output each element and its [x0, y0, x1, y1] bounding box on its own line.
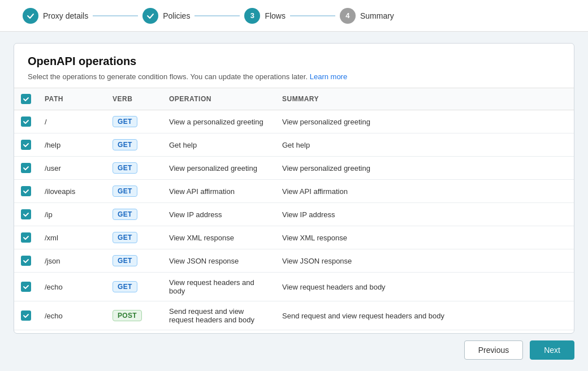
- row-summary: View personalized greeting: [275, 110, 574, 133]
- row-verb: GET: [106, 249, 162, 273]
- row-checkbox-1[interactable]: [21, 140, 31, 150]
- row-path: /iloveapis: [38, 180, 106, 203]
- verb-badge: GET: [113, 281, 137, 292]
- table-header-row: PATH VERB OPERATION SUMMARY: [14, 88, 574, 110]
- row-operation: View API affirmation: [162, 180, 275, 203]
- step-circle-proxy-details: [23, 8, 38, 24]
- row-checkbox-5[interactable]: [21, 232, 31, 243]
- table-row: /iloveapis GET View API affirmation View…: [14, 180, 574, 203]
- row-path: /json: [38, 249, 106, 273]
- step-summary: 4 Summary: [340, 8, 394, 24]
- row-checkbox-cell: [14, 301, 38, 330]
- row-checkbox-cell: [14, 133, 38, 157]
- table-row: /echo POST Send request and view request…: [14, 301, 574, 330]
- row-summary: View request headers and body: [275, 273, 574, 301]
- row-checkbox-cell: [14, 273, 38, 301]
- row-checkbox-3[interactable]: [21, 186, 31, 196]
- previous-button[interactable]: Previous: [464, 340, 523, 360]
- table-row: /help GET Get help Get help: [14, 133, 574, 157]
- row-summary: View JSON response: [275, 249, 574, 273]
- row-operation: View request headers and body: [162, 273, 275, 301]
- row-summary: View API affirmation: [275, 180, 574, 203]
- footer: Previous Next: [14, 334, 574, 360]
- row-summary: Send request and view request headers an…: [275, 301, 574, 330]
- row-summary: View XML response: [275, 226, 574, 249]
- verb-badge: GET: [113, 116, 137, 127]
- row-checkbox-2[interactable]: [21, 163, 31, 173]
- table-row: /echo GET View request headers and body …: [14, 273, 574, 301]
- row-verb: GET: [106, 133, 162, 157]
- verb-badge: GET: [113, 162, 137, 174]
- verb-badge: GET: [113, 255, 137, 266]
- connector-3: [290, 15, 335, 16]
- main-content: OpenAPI operations Select the operations…: [0, 32, 588, 371]
- row-checkbox-6[interactable]: [21, 256, 31, 266]
- row-checkbox-7[interactable]: [21, 282, 31, 292]
- row-path: /user: [38, 157, 106, 180]
- row-verb: GET: [106, 203, 162, 226]
- row-operation: View IP address: [162, 203, 275, 226]
- select-all-checkbox[interactable]: [21, 94, 31, 104]
- row-checkbox-0[interactable]: [21, 117, 31, 127]
- row-operation: View personalized greeting: [162, 157, 275, 180]
- table-body: / GET View a personalized greeting View …: [14, 110, 574, 330]
- row-path: /echo: [38, 273, 106, 301]
- verb-badge: GET: [113, 232, 137, 243]
- row-checkbox-cell: [14, 203, 38, 226]
- th-path: PATH: [38, 88, 106, 110]
- th-checkbox: [14, 88, 38, 110]
- row-checkbox-cell: [14, 157, 38, 180]
- row-path: /: [38, 110, 106, 133]
- operations-table: PATH VERB OPERATION SUMMARY / GET: [14, 88, 574, 330]
- row-verb: GET: [106, 180, 162, 203]
- step-label-policies: Policies: [163, 11, 190, 20]
- row-summary: View IP address: [275, 203, 574, 226]
- table-row: /xml GET View XML response View XML resp…: [14, 226, 574, 249]
- verb-badge: GET: [113, 139, 137, 150]
- th-verb: VERB: [106, 88, 162, 110]
- th-summary: SUMMARY: [275, 88, 574, 110]
- step-circle-summary: 4: [340, 8, 356, 24]
- step-label-flows: Flows: [265, 11, 286, 20]
- row-checkbox-8[interactable]: [21, 310, 31, 321]
- row-verb: POST: [106, 301, 162, 330]
- step-label-summary: Summary: [360, 11, 394, 20]
- connector-2: [194, 15, 240, 16]
- row-path: /help: [38, 133, 106, 157]
- table-row: /ip GET View IP address View IP address: [14, 203, 574, 226]
- operations-card: OpenAPI operations Select the operations…: [14, 43, 574, 334]
- table-row: / GET View a personalized greeting View …: [14, 110, 574, 133]
- step-proxy-details: Proxy details: [23, 8, 88, 24]
- row-operation: View a personalized greeting: [162, 110, 275, 133]
- row-checkbox-4[interactable]: [21, 209, 31, 219]
- row-summary: Get help: [275, 133, 574, 157]
- row-summary: View personalized greeting: [275, 157, 574, 180]
- card-subtitle: Select the operations to generate condit…: [28, 72, 560, 81]
- table-row: /user GET View personalized greeting Vie…: [14, 157, 574, 180]
- row-checkbox-cell: [14, 226, 38, 249]
- row-path: /xml: [38, 226, 106, 249]
- row-checkbox-cell: [14, 110, 38, 133]
- row-path: /ip: [38, 203, 106, 226]
- step-policies: Policies: [142, 8, 190, 24]
- verb-badge: POST: [113, 310, 142, 321]
- row-checkbox-cell: [14, 180, 38, 203]
- row-operation: View JSON response: [162, 249, 275, 273]
- card-title: OpenAPI operations: [28, 55, 560, 68]
- row-verb: GET: [106, 273, 162, 301]
- row-verb: GET: [106, 157, 162, 180]
- row-verb: GET: [106, 226, 162, 249]
- learn-more-link[interactable]: Learn more: [310, 72, 347, 81]
- connector-1: [93, 15, 138, 16]
- step-circle-policies: [142, 8, 158, 24]
- row-operation: Get help: [162, 133, 275, 157]
- row-checkbox-cell: [14, 249, 38, 273]
- step-label-proxy-details: Proxy details: [43, 11, 88, 20]
- card-header: OpenAPI operations Select the operations…: [14, 44, 574, 88]
- table-wrapper: PATH VERB OPERATION SUMMARY / GET: [14, 88, 574, 333]
- verb-badge: GET: [113, 209, 137, 220]
- next-button[interactable]: Next: [530, 340, 574, 360]
- step-flows: 3 Flows: [244, 8, 286, 24]
- stepper: Proxy details Policies 3 Flows 4 Summary: [0, 0, 588, 32]
- table-row: /json GET View JSON response View JSON r…: [14, 249, 574, 273]
